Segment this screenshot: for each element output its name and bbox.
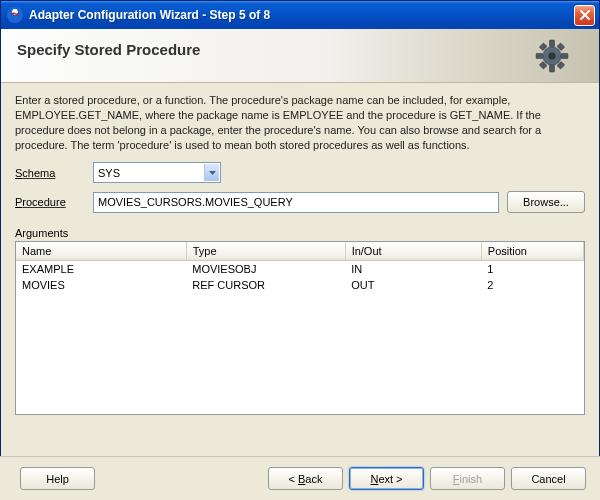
schema-value: SYS: [98, 167, 120, 179]
schema-label: Schema: [15, 167, 93, 179]
table-header-row: Name Type In/Out Position: [16, 242, 584, 261]
browse-button[interactable]: Browse...: [507, 191, 585, 213]
table-row[interactable]: MOVIES REF CURSOR OUT 2: [16, 277, 584, 293]
cancel-button[interactable]: Cancel: [511, 467, 586, 490]
app-icon: [7, 7, 23, 23]
col-name[interactable]: Name: [16, 242, 186, 261]
instructions-text: Enter a stored procedure, or a function.…: [15, 93, 585, 152]
col-inout[interactable]: In/Out: [345, 242, 481, 261]
procedure-input[interactable]: [93, 192, 499, 213]
cell-type: MOVIESOBJ: [186, 261, 345, 278]
wizard-footer: Help < Back Next > Finish Cancel: [0, 456, 600, 500]
svg-rect-5: [549, 65, 554, 72]
svg-point-3: [549, 53, 556, 60]
schema-select[interactable]: SYS: [93, 162, 221, 183]
arguments-label: Arguments: [15, 227, 585, 239]
next-button[interactable]: Next >: [349, 467, 424, 490]
svg-marker-12: [209, 171, 216, 175]
table-row[interactable]: EXAMPLE MOVIESOBJ IN 1: [16, 261, 584, 278]
cell-inout: OUT: [345, 277, 481, 293]
svg-rect-6: [536, 53, 543, 58]
content-area: Enter a stored procedure, or a function.…: [1, 83, 599, 421]
svg-rect-7: [561, 53, 568, 58]
arguments-table: Name Type In/Out Position EXAMPLE MOVIES…: [16, 242, 584, 293]
titlebar: Adapter Configuration Wizard - Step 5 of…: [1, 1, 599, 29]
banner-graphic: [527, 31, 577, 81]
col-type[interactable]: Type: [186, 242, 345, 261]
back-button[interactable]: < Back: [268, 467, 343, 490]
schema-row: Schema SYS: [15, 162, 585, 183]
finish-button: Finish: [430, 467, 505, 490]
wizard-banner: Specify Stored Procedure: [1, 29, 599, 83]
svg-rect-4: [549, 40, 554, 47]
col-position[interactable]: Position: [481, 242, 583, 261]
cell-position: 2: [481, 277, 583, 293]
cell-inout: IN: [345, 261, 481, 278]
window-title: Adapter Configuration Wizard - Step 5 of…: [29, 8, 574, 22]
procedure-label: Procedure: [15, 196, 93, 208]
help-button[interactable]: Help: [20, 467, 95, 490]
page-title: Specify Stored Procedure: [17, 41, 583, 58]
arguments-table-container: Name Type In/Out Position EXAMPLE MOVIES…: [15, 241, 585, 415]
chevron-down-icon: [204, 164, 219, 181]
cell-type: REF CURSOR: [186, 277, 345, 293]
cell-position: 1: [481, 261, 583, 278]
cell-name: EXAMPLE: [16, 261, 186, 278]
gear-icon: [531, 35, 573, 77]
procedure-row: Procedure Browse...: [15, 191, 585, 213]
close-icon: [580, 10, 590, 20]
close-button[interactable]: [574, 5, 595, 26]
cell-name: MOVIES: [16, 277, 186, 293]
